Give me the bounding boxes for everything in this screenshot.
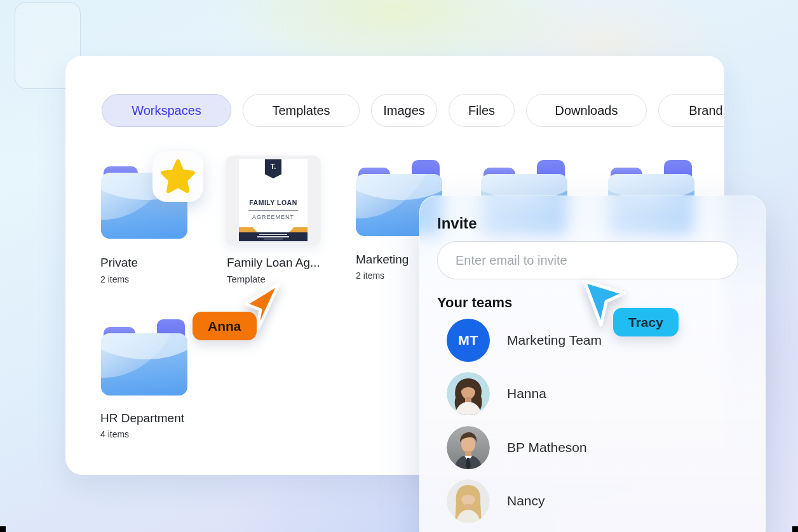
template-doc-footer bbox=[239, 232, 308, 241]
avatar-bp-matheson bbox=[447, 426, 490, 469]
folder-marketing-count: 2 items bbox=[356, 270, 384, 281]
corner-artifact-right bbox=[792, 526, 798, 532]
tab-images[interactable]: Images bbox=[371, 94, 437, 127]
avatar-hanna bbox=[447, 372, 490, 415]
member-name: Hanna bbox=[507, 386, 546, 401]
your-teams-heading: Your teams bbox=[437, 295, 512, 311]
invite-title: Invite bbox=[437, 215, 477, 232]
folder-private-name: Private bbox=[100, 256, 138, 270]
tab-downloads[interactable]: Downloads bbox=[526, 94, 647, 127]
category-tabs: Workspaces Templates Images Files Downlo… bbox=[102, 94, 724, 127]
invite-panel: Invite Your teams MT Marketing Team Hann… bbox=[419, 196, 766, 532]
anna-cursor-label: Anna bbox=[193, 312, 257, 340]
team-row-bp-matheson[interactable]: BP Matheson bbox=[419, 426, 766, 469]
folder-private-count: 2 items bbox=[100, 274, 129, 284]
avatar-nancy bbox=[447, 479, 490, 522]
member-name: Nancy bbox=[507, 493, 545, 509]
folder-hr-name: HR Department bbox=[100, 411, 184, 425]
divider bbox=[248, 210, 298, 211]
template-logo-badge: T. bbox=[265, 159, 281, 178]
folder-hr-count: 4 items bbox=[100, 429, 129, 439]
folder-marketing-name: Marketing bbox=[356, 253, 409, 267]
template-doc-title: FAMILY LOAN bbox=[239, 199, 308, 206]
star-icon bbox=[160, 159, 196, 194]
tab-files[interactable]: Files bbox=[449, 94, 515, 127]
template-family-loan[interactable]: T. FAMILY LOAN AGREEMENT bbox=[226, 156, 321, 246]
team-row-nancy[interactable]: Nancy bbox=[419, 479, 766, 522]
member-name: Marketing Team bbox=[507, 333, 602, 348]
member-name: BP Matheson bbox=[507, 440, 587, 455]
corner-artifact-left bbox=[0, 526, 6, 532]
template-document-preview: T. FAMILY LOAN AGREEMENT bbox=[239, 159, 308, 241]
folder-hr[interactable] bbox=[100, 319, 189, 397]
invite-email-input[interactable] bbox=[437, 241, 738, 279]
screenshot-stage: Workspaces Templates Images Files Downlo… bbox=[0, 0, 798, 532]
tab-templates[interactable]: Templates bbox=[243, 94, 360, 127]
team-row-hanna[interactable]: Hanna bbox=[419, 372, 766, 415]
tracy-cursor-label: Tracy bbox=[613, 308, 679, 336]
folder-icon bbox=[100, 319, 189, 397]
template-doc-subtitle: AGREEMENT bbox=[239, 214, 308, 220]
tab-workspaces[interactable]: Workspaces bbox=[102, 94, 231, 127]
template-name: Family Loan Ag... bbox=[227, 256, 322, 270]
tab-brand[interactable]: Brand bbox=[658, 94, 724, 127]
favorite-badge[interactable] bbox=[152, 151, 203, 202]
avatar-marketing-team: MT bbox=[447, 319, 490, 362]
